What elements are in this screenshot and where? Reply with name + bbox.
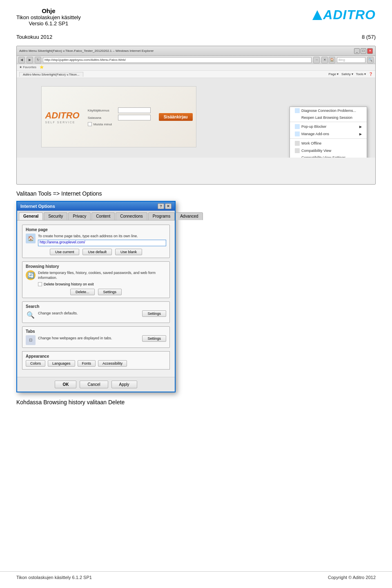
languages-button[interactable]: Languages xyxy=(48,360,75,367)
logo-triangle-icon xyxy=(312,9,323,21)
signin-button[interactable]: Sisäänkirjau xyxy=(159,113,193,121)
menu-diagnose[interactable]: Diagnose Connection Problems... xyxy=(290,107,367,114)
instruction-1: Valitaan Tools => Internet Options xyxy=(0,185,392,201)
use-current-button[interactable]: Use current xyxy=(50,249,80,255)
addons-icon xyxy=(295,131,300,136)
search-bar[interactable]: Bing xyxy=(337,57,365,63)
browser-tab[interactable]: Aditro Menu Silverlight(Falco) v.Tikon..… xyxy=(19,72,83,77)
username-row: Käyttäjätunnus xyxy=(88,107,151,113)
doc-version: Versio 6.1.2 SP1 xyxy=(16,20,81,27)
login-logo-subtext: self service xyxy=(45,121,79,124)
delete-history-label: Delete browsing history on exit xyxy=(44,282,94,286)
menu-manage-addons[interactable]: Manage Add-ons ▶ xyxy=(290,130,367,138)
home-page-label: Home page xyxy=(26,227,166,232)
browser-menubar: Aditro Menu Silverlight(Falco) v.Tikon..… xyxy=(17,71,375,78)
remember-row: Muista minut xyxy=(88,122,151,126)
footer-left: Tikon ostolaskujen käsittely 6.1.2 SP1 xyxy=(16,575,92,580)
login-logo-text: ADITRO xyxy=(45,110,79,121)
favorites-icon: ⭐ xyxy=(40,65,44,69)
browser-titlebar: Aditro Menu Silverlight(Falco) v.Tikon.F… xyxy=(17,46,375,56)
cancel-button[interactable]: Cancel xyxy=(80,381,108,388)
settings-button[interactable]: Settings xyxy=(98,289,122,295)
forward-button[interactable]: ▶ xyxy=(27,57,33,63)
tabs-section: Tabs ⊡ Change how webpages are displayed… xyxy=(22,326,170,348)
remember-label: Muista minut xyxy=(94,122,112,126)
search-desc: Change search defaults. xyxy=(38,311,142,316)
tab-content[interactable]: Content xyxy=(91,212,115,220)
tabs-desc: Change how webpages are displayed in tab… xyxy=(38,336,142,341)
separator-2 xyxy=(290,138,367,139)
home-page-section: Home page 🏠 To create home page tabs, ty… xyxy=(22,225,170,258)
menu-compat-settings[interactable]: Compatibility View Settings xyxy=(290,154,367,158)
username-input[interactable] xyxy=(118,107,151,113)
browsing-history-content: 🔄 Delete temporary files, history, cooki… xyxy=(26,270,166,286)
delete-history-checkbox-row: Delete browsing history on exit xyxy=(38,282,166,286)
delete-history-checkbox[interactable] xyxy=(38,282,42,286)
address-bar[interactable]: http://dsp1jupiter.apptoyou.com/Aditro.M… xyxy=(43,57,312,63)
dialog-close-button[interactable]: ✕ xyxy=(165,203,172,209)
password-label: Salasana xyxy=(88,116,116,120)
appearance-buttons: Colors Languages Fonts Accessibility xyxy=(26,360,166,367)
appearance-label: Appearance xyxy=(26,354,166,359)
menu-popup-blocker[interactable]: Pop-up Blocker ▶ xyxy=(290,123,367,130)
addons-arrow: ▶ xyxy=(359,132,362,136)
dialog-help-button[interactable]: ? xyxy=(158,203,164,209)
doc-subtitle: Tikon ostolaskujen käsittely xyxy=(16,14,81,20)
logo-text: ADITRO xyxy=(323,7,376,22)
favorites-bar: ★ Favorites ⭐ xyxy=(17,64,375,71)
dialog-controls: ? ✕ xyxy=(158,203,172,209)
browser-title-text: Aditro Menu Silverlight(Falco) v.Tikon.F… xyxy=(19,49,154,53)
colors-button[interactable]: Colors xyxy=(26,360,45,367)
fonts-button[interactable]: Fonts xyxy=(78,360,96,367)
search-settings-button[interactable]: Settings xyxy=(142,310,166,317)
go-button[interactable]: → xyxy=(313,57,320,63)
tab-advanced[interactable]: Advanced xyxy=(176,212,203,220)
menubar-items: Page ▾ Safety ▾ Tools ▾ ❓ xyxy=(328,72,373,76)
remember-checkbox[interactable] xyxy=(88,122,92,126)
menu-work-offline[interactable]: Work Offline xyxy=(290,140,367,147)
tabs-content: ⊡ Change how webpages are displayed in t… xyxy=(26,335,166,345)
close-button[interactable]: ✕ xyxy=(367,48,373,54)
history-icon: 🔄 xyxy=(26,270,36,280)
back-button[interactable]: ◀ xyxy=(18,57,25,63)
tab-programs[interactable]: Programs xyxy=(148,212,175,220)
home-button[interactable]: 🏠 xyxy=(329,57,335,63)
use-default-button[interactable]: Use default xyxy=(82,249,112,255)
popup-icon xyxy=(295,124,300,129)
tab-connections[interactable]: Connections xyxy=(116,212,147,220)
apply-button[interactable]: Apply xyxy=(111,381,137,388)
menu-compat-view[interactable]: Compatibility View xyxy=(290,147,367,154)
delete-button[interactable]: Delete... xyxy=(70,289,95,295)
internet-options-dialog: Internet Options ? ✕ General Security Pr… xyxy=(16,201,176,392)
instruction-2: Kohdassa Browsing history valitaan Delet… xyxy=(0,392,392,410)
tabs-section-label: Tabs xyxy=(26,329,166,334)
search-go-button[interactable]: 🔍 xyxy=(367,57,374,63)
refresh-button[interactable]: ↻ xyxy=(35,57,41,63)
dialog-body: Home page 🏠 To create home page tabs, ty… xyxy=(17,220,175,377)
document-date: Toukokuu 2012 xyxy=(16,34,52,40)
offline-icon xyxy=(295,141,300,146)
maximize-button[interactable]: □ xyxy=(361,48,366,54)
password-input[interactable] xyxy=(118,115,151,120)
menu-reopen[interactable]: Reopen Last Browsing Session xyxy=(290,114,367,121)
tabs-settings-button[interactable]: Settings xyxy=(142,335,166,342)
tab-general[interactable]: General xyxy=(19,212,43,220)
accessibility-button[interactable]: Accessibility xyxy=(98,360,127,367)
stop-button[interactable]: ✕ xyxy=(321,57,328,63)
use-blank-button[interactable]: Use blank xyxy=(115,249,142,255)
separator-1 xyxy=(290,122,367,122)
tab-security[interactable]: Security xyxy=(44,212,67,220)
minimize-button[interactable]: _ xyxy=(354,48,360,54)
browser-screenshot: Aditro Menu Silverlight(Falco) v.Tikon.F… xyxy=(16,46,376,185)
home-page-content: 🏠 To create home page tabs, type each ad… xyxy=(26,234,166,246)
favorites-label: ★ Favorites xyxy=(19,65,36,69)
home-page-url-input[interactable]: http://arena.grouplevel.com/ xyxy=(38,240,166,246)
tab-privacy[interactable]: Privacy xyxy=(68,212,91,220)
browser-content: ADITRO self service Käyttäjätunnus Salas… xyxy=(17,78,375,158)
browsing-history-section: Browsing history 🔄 Delete temporary file… xyxy=(22,261,170,298)
login-panel: ADITRO self service Käyttäjätunnus Salas… xyxy=(41,86,196,147)
dialog-titlebar: Internet Options ? ✕ xyxy=(17,202,175,211)
home-page-buttons: Use current Use default Use blank xyxy=(26,249,166,255)
tabs-icon: ⊡ xyxy=(26,335,36,345)
ok-button[interactable]: OK xyxy=(55,381,76,388)
